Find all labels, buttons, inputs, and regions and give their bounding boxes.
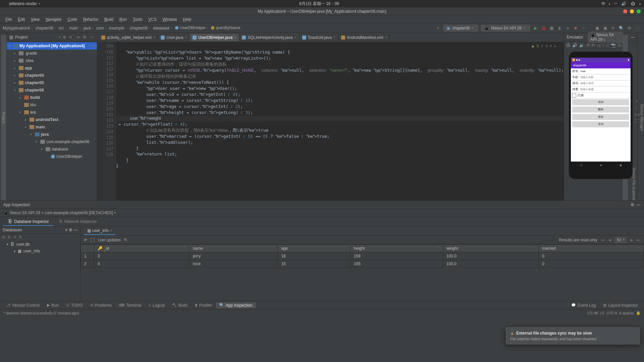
rotr-icon[interactable]: ⟳ [592, 43, 595, 48]
menu-navigate[interactable]: Navigate [43, 16, 64, 22]
rotl-icon[interactable]: ⟲ [586, 43, 590, 48]
menu-window[interactable]: Window [160, 16, 180, 22]
open-icon[interactable]: ⇱ [124, 238, 127, 242]
down-icon[interactable]: v [554, 44, 556, 48]
sync-icon[interactable]: ⟳ [610, 25, 616, 31]
tool-layout-inspector[interactable]: ▥Layout Inspector [600, 302, 641, 308]
height-field[interactable] [580, 82, 629, 85]
caret-pos[interactable]: 121:46 [587, 311, 598, 315]
lock-icon[interactable]: 🔒 [636, 311, 641, 315]
name-field[interactable] [580, 70, 629, 73]
tool-problems[interactable]: ⊘Problems [87, 302, 115, 308]
update-button[interactable]: 修改 [572, 114, 629, 120]
emulator-device-combo[interactable]: 📱 Nexus 5X API 29 ▾ [588, 32, 623, 43]
up-icon[interactable]: ʌ [550, 44, 552, 48]
table-row[interactable]: 24rose15165100.00 [81, 260, 644, 268]
menu-run[interactable]: Run [117, 16, 129, 22]
tool-app-inspection[interactable]: 🔍App Inspection [216, 302, 256, 308]
check-icon[interactable]: ✓ [541, 44, 544, 48]
tool-terminal[interactable]: ⌨Terminal [116, 302, 145, 308]
sql-icon[interactable]: ⎘ [8, 235, 10, 240]
line-sep[interactable]: LF [600, 311, 605, 315]
menu-view[interactable]: View [28, 16, 42, 22]
home-icon[interactable]: ● [600, 163, 602, 167]
project-view-icon[interactable]: ▤ [9, 35, 13, 40]
db-item[interactable]: ▾🗄user.db [0, 241, 80, 248]
voldown-icon[interactable]: 🔉 [579, 43, 584, 48]
close-icon[interactable] [623, 9, 627, 13]
warn-icon[interactable]: ▲ [531, 44, 535, 48]
device-explorer-tab[interactable]: Device File Explorer [632, 168, 636, 200]
page-size-combo[interactable]: 50▾ [614, 237, 627, 243]
locate-icon[interactable]: ⊕ [63, 35, 67, 40]
editor-tab[interactable]: SQLiteHelperActivity.java× [239, 34, 299, 41]
settings-icon[interactable]: ⚙ [626, 25, 632, 31]
breadcrumb[interactable]: example [109, 26, 128, 31]
target-icon[interactable]: ⌖ [435, 25, 441, 31]
menu-tools[interactable]: Tools [130, 16, 145, 22]
gear-icon[interactable]: ⚙ [631, 202, 634, 207]
live-updates-checkbox[interactable] [91, 238, 95, 242]
filter-icon[interactable]: ≡ [65, 228, 67, 232]
camera-icon[interactable]: 📷 [611, 43, 616, 48]
coverage-icon[interactable]: ▦ [548, 25, 554, 31]
breadcrumb[interactable]: quertByName [211, 25, 243, 30]
zoom-out-icon[interactable]: － [635, 106, 640, 111]
maximize-icon[interactable] [637, 9, 641, 13]
gear-icon[interactable]: ⚙ [69, 228, 72, 232]
project-view-label[interactable]: Project [15, 35, 57, 40]
breadcrumb[interactable]: database [153, 26, 173, 31]
tool-todo[interactable]: ☑TODO [63, 302, 86, 308]
fit2-icon[interactable]: ⛶ [635, 119, 640, 123]
hide-icon[interactable]: — [90, 35, 94, 40]
volup-icon[interactable]: 🔊 [572, 43, 577, 48]
tab-database-inspector[interactable]: 🗄Database Inspector [3, 218, 54, 226]
recent-icon[interactable]: □ [606, 43, 609, 48]
mac-app-name[interactable]: jetbrains-studio [9, 1, 37, 6]
profiler-icon[interactable]: ⧗ [556, 25, 562, 31]
last-icon[interactable]: ⏭ [637, 238, 641, 242]
device-manager-tab[interactable]: Device Manager [640, 35, 644, 200]
menu-code[interactable]: Code [65, 16, 80, 22]
table-row[interactable]: 13jerry18158100.00 [81, 252, 644, 260]
delete-button[interactable]: 删除 [572, 107, 629, 113]
menu-refactor[interactable]: Refactor [80, 16, 101, 22]
notif-icon[interactable]: ⬚ [634, 25, 640, 31]
fit-icon[interactable]: 1:1 [635, 113, 640, 117]
table-tab[interactable]: ▦user_info× [84, 227, 115, 235]
inspection-breadcrumb[interactable]: Nexus 5X API 29 > com.example.chapter06 … [10, 210, 113, 215]
run-config-combo[interactable]: ▣chapter06▾ [443, 25, 478, 32]
project-tree[interactable]: ▾My Application4 [My Application4] ~/An … [7, 42, 97, 200]
home-icon[interactable]: ○ [602, 43, 604, 48]
tool-build[interactable]: 🔨Build [169, 302, 191, 308]
more-icon[interactable]: ⋮ [558, 44, 562, 48]
tool-profiler[interactable]: ⧗Profiler [192, 302, 215, 308]
breadcrumb[interactable]: com [96, 26, 108, 31]
menu-file[interactable]: File [3, 16, 14, 22]
menu-build[interactable]: Build [102, 16, 116, 22]
married-checkbox[interactable] [572, 94, 576, 98]
data-grid[interactable]: 🔑 _id÷name÷age÷height÷weight÷married÷ 13… [80, 244, 644, 268]
recent-icon[interactable]: ■ [620, 163, 622, 167]
weight-field[interactable] [580, 88, 629, 91]
age-field[interactable] [580, 76, 629, 79]
breadcrumb[interactable]: src [59, 26, 68, 31]
breadcrumb[interactable]: MyApplication4 [3, 26, 34, 31]
export-icon[interactable]: ↗ [13, 235, 16, 240]
refresh-icon[interactable]: ⟳ [2, 235, 5, 240]
menu-edit[interactable]: Edit [15, 16, 28, 22]
debug-icon[interactable]: 🐞 [540, 25, 546, 31]
zoom-in-icon[interactable]: ＋ [635, 99, 640, 104]
menu-vcs[interactable]: VCS [146, 16, 159, 22]
back-icon[interactable]: ◁ [580, 163, 582, 167]
code-editor[interactable]: "kw">public "typ">List<"typ">User> "fn">… [116, 42, 564, 200]
power-icon[interactable]: ⏻ [566, 43, 570, 48]
expand-icon[interactable]: ≡ [69, 35, 74, 40]
editor-tab[interactable]: User.java× [158, 34, 190, 41]
snap-icon[interactable]: ⊡ [618, 43, 621, 48]
tool-version-control[interactable]: ⎇Version Control [3, 302, 43, 308]
run-icon[interactable]: ▶ [532, 25, 538, 31]
indent[interactable]: 4 spaces [619, 311, 634, 315]
gear-icon[interactable]: ⚙ [83, 35, 88, 40]
query-button[interactable]: 查询 [572, 121, 629, 127]
